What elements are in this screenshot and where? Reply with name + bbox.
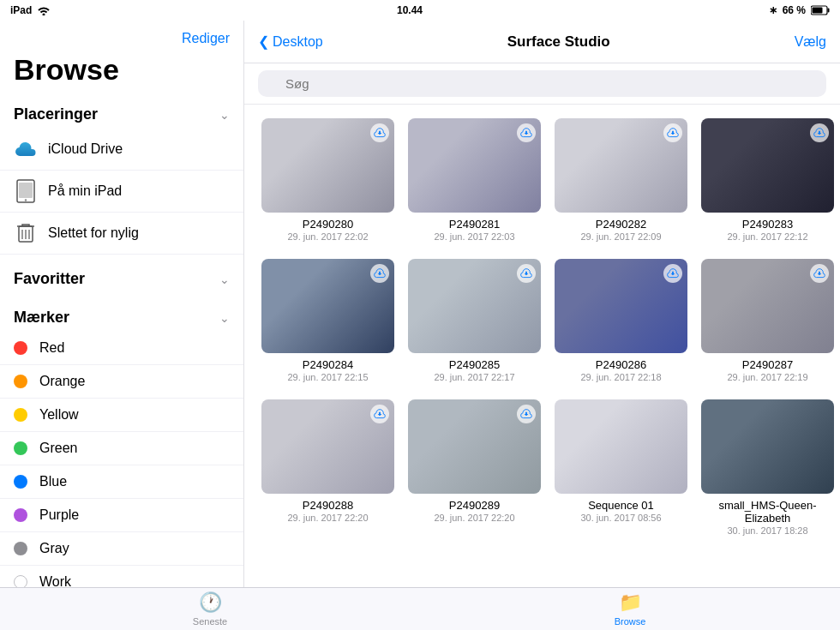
back-label: Desktop (273, 34, 323, 50)
bluetooth-icon: ∗ (769, 4, 777, 16)
file-name: P2490281 (449, 218, 500, 231)
sidebar-item-icloud[interactable]: iCloud Drive (0, 129, 243, 171)
sidebar-header: Rediger (0, 21, 243, 53)
maerker-item-gray[interactable]: Gray (0, 532, 243, 566)
gray-dot (14, 542, 27, 555)
file-thumbnail (261, 118, 394, 213)
files-grid: P249028029. jun. 2017 22:02 P249028129. … (244, 105, 840, 587)
wifi-icon (37, 5, 51, 15)
gray-label: Gray (39, 541, 69, 556)
orange-dot (14, 375, 27, 388)
file-name: P2490282 (596, 218, 646, 231)
blue-label: Blue (39, 474, 67, 489)
file-name: P2490285 (449, 358, 500, 371)
placeringer-chevron: ⌄ (219, 108, 230, 122)
file-item[interactable]: P249028829. jun. 2017 22:20 (261, 399, 394, 536)
file-item[interactable]: P249028129. jun. 2017 22:03 (408, 118, 541, 242)
file-name: P2490284 (303, 358, 353, 371)
file-name: Sequence 01 (588, 499, 654, 512)
file-date: 29. jun. 2017 22:15 (287, 372, 368, 382)
orange-label: Orange (39, 374, 85, 389)
file-date: 30. jun. 2017 08:56 (580, 513, 661, 523)
maerker-title: Mærker (14, 309, 69, 327)
cloud-download-icon (663, 123, 682, 142)
red-label: Red (39, 340, 64, 356)
cloud-download-icon (370, 123, 389, 142)
favoritter-section-header: Favoritter ⌄ (0, 261, 243, 293)
tab-bar: 🕐 Seneste 📁 Browse (0, 587, 840, 630)
file-item[interactable]: P249028429. jun. 2017 22:15 (261, 259, 394, 382)
tab-browse[interactable]: 📁 Browse (420, 591, 840, 627)
file-date: 29. jun. 2017 22:20 (434, 513, 514, 523)
file-item[interactable]: P249028729. jun. 2017 22:19 (701, 259, 834, 382)
work-dot (14, 575, 27, 587)
cloud-download-icon (810, 264, 829, 283)
back-chevron-icon: ❮ (258, 33, 269, 50)
file-item[interactable]: P249028629. jun. 2017 22:18 (555, 259, 687, 382)
cloud-download-icon (370, 264, 389, 283)
file-date: 29. jun. 2017 22:18 (580, 372, 661, 382)
status-time: 10.44 (397, 4, 423, 16)
svg-rect-1 (827, 9, 829, 13)
file-thumbnail (701, 259, 834, 353)
search-input[interactable] (258, 70, 826, 97)
file-date: 30. jun. 2017 18:28 (727, 525, 807, 536)
maerker-item-yellow[interactable]: Yellow (0, 399, 243, 432)
red-dot (14, 341, 27, 355)
cloud-download-icon (810, 123, 829, 142)
search-wrapper: 🔍 (258, 70, 826, 97)
file-item[interactable]: P249028529. jun. 2017 22:17 (408, 259, 541, 382)
main-content: ❮ Desktop Surface Studio Vælg 🔍 P2490280… (244, 21, 840, 587)
folder-title: Surface Studio (507, 33, 610, 51)
file-name: P2490280 (303, 218, 353, 231)
ipad-device-icon (14, 179, 38, 203)
file-item[interactable]: Sequence 0130. jun. 2017 08:56 (555, 399, 687, 536)
yellow-dot (14, 408, 27, 422)
file-item[interactable]: P249028229. jun. 2017 22:09 (555, 118, 687, 242)
file-thumbnail (555, 399, 687, 494)
tab-seneste[interactable]: 🕐 Seneste (0, 591, 420, 627)
file-name: P2490287 (742, 358, 793, 371)
purple-label: Purple (39, 507, 79, 523)
clock-icon: 🕐 (199, 591, 222, 614)
file-item[interactable]: P249028929. jun. 2017 22:20 (408, 399, 541, 536)
maerker-item-blue[interactable]: Blue (0, 465, 243, 499)
file-name: P2490289 (449, 499, 500, 512)
file-date: 29. jun. 2017 22:20 (287, 513, 368, 523)
maerker-chevron: ⌄ (219, 311, 230, 325)
cloud-download-icon (370, 405, 389, 423)
main-header: ❮ Desktop Surface Studio Vælg (244, 21, 840, 63)
edit-button[interactable]: Rediger (182, 31, 230, 46)
search-bar: 🔍 (244, 63, 840, 105)
green-dot (14, 441, 27, 455)
file-name: small_HMS-Queen-Elizabeth (701, 499, 834, 525)
file-item[interactable]: P249028029. jun. 2017 22:02 (261, 118, 394, 242)
file-date: 29. jun. 2017 22:17 (434, 372, 514, 382)
icloud-icon (14, 137, 38, 161)
select-button[interactable]: Vælg (795, 34, 826, 50)
icloud-label: iCloud Drive (48, 141, 123, 157)
status-right: ∗ 66 % (769, 4, 830, 16)
file-date: 29. jun. 2017 22:09 (580, 231, 661, 242)
maerker-item-work[interactable]: Work (0, 566, 243, 587)
tab-browse-label: Browse (615, 616, 646, 627)
file-item[interactable]: P249028329. jun. 2017 22:12 (701, 118, 834, 242)
sidebar: Rediger Browse Placeringer ⌄ i (0, 21, 244, 587)
sidebar-item-deleted[interactable]: Slettet for nylig (0, 213, 243, 255)
maerker-item-purple[interactable]: Purple (0, 499, 243, 532)
file-date: 29. jun. 2017 22:02 (287, 231, 368, 242)
sidebar-item-ipad[interactable]: På min iPad (0, 171, 243, 213)
maerker-item-green[interactable]: Green (0, 432, 243, 465)
back-button[interactable]: ❮ Desktop (258, 33, 323, 50)
file-thumbnail (408, 259, 541, 353)
maerker-item-red[interactable]: Red (0, 332, 243, 365)
svg-point-5 (25, 199, 27, 201)
placeringer-title: Placeringer (14, 105, 98, 123)
sidebar-title: Browse (0, 53, 243, 97)
file-date: 29. jun. 2017 22:12 (727, 231, 807, 242)
maerker-item-orange[interactable]: Orange (0, 365, 243, 399)
file-item[interactable]: small_HMS-Queen-Elizabeth30. jun. 2017 1… (701, 399, 834, 536)
file-thumbnail (261, 399, 394, 494)
file-date: 29. jun. 2017 22:03 (434, 231, 514, 242)
battery-icon (811, 5, 830, 15)
